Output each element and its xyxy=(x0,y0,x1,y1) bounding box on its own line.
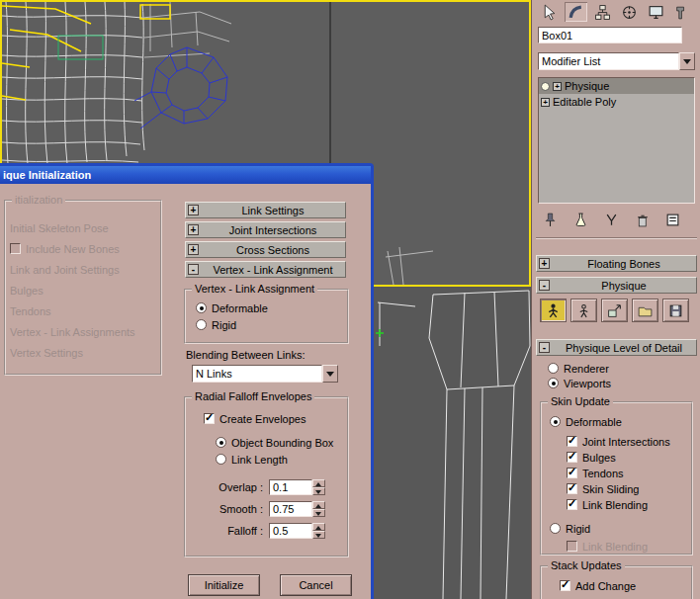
reinitialize-button[interactable] xyxy=(601,299,628,322)
rollout-link-settings[interactable]: + Link Settings xyxy=(185,202,346,218)
checkbox-icon[interactable] xyxy=(560,580,570,591)
expand-plus-icon[interactable]: + xyxy=(553,82,562,91)
rollout-label: Link Settings xyxy=(201,205,345,216)
radio-label: Rigid xyxy=(212,319,236,331)
rigid-radio[interactable]: Rigid xyxy=(550,522,590,535)
modifier-list-arrow-button[interactable] xyxy=(679,52,695,70)
tab-modify[interactable] xyxy=(565,2,587,22)
save-physique-file-button[interactable] xyxy=(662,299,689,322)
smooth-spinner[interactable]: 0.75 xyxy=(269,501,325,517)
smooth-value[interactable]: 0.75 xyxy=(269,501,312,517)
add-change-checkbox[interactable]: Add Change xyxy=(560,579,636,592)
radio-label: Object Bounding Box xyxy=(231,437,333,449)
spinner-up-icon[interactable] xyxy=(312,501,325,509)
spinner-up-icon[interactable] xyxy=(312,479,325,487)
beaker-icon xyxy=(573,213,588,227)
dropdown-arrow-button[interactable] xyxy=(322,365,338,383)
tab-create[interactable] xyxy=(538,2,561,22)
link-blending-checkbox[interactable]: Link Blending xyxy=(567,498,648,511)
checkbox-label: Add Change xyxy=(575,580,636,592)
tab-display[interactable] xyxy=(645,2,667,22)
object-bounding-box-radio[interactable]: Object Bounding Box xyxy=(216,436,333,449)
rollout-cross-sections[interactable]: + Cross Sections xyxy=(185,241,346,258)
expand-plus-icon[interactable]: + xyxy=(541,98,550,107)
checkbox-icon[interactable] xyxy=(204,413,215,424)
cancel-button[interactable]: Cancel xyxy=(280,574,352,596)
item-label: Tendons xyxy=(10,305,51,317)
pin-icon xyxy=(543,213,558,227)
deformable-radio[interactable]: Deformable xyxy=(550,415,622,428)
remove-modifier-button[interactable] xyxy=(632,210,652,229)
modifier-stack-row-editable-poly[interactable]: + Editable Poly xyxy=(539,94,694,110)
radio-icon[interactable] xyxy=(548,363,559,374)
link-length-radio[interactable]: Link Length xyxy=(216,453,288,466)
modify-curve-icon xyxy=(568,4,584,21)
spinner-up-icon[interactable] xyxy=(312,523,325,531)
rigid-radio[interactable]: Rigid xyxy=(196,318,236,331)
modifier-stack-row-physique[interactable]: + Physique xyxy=(539,78,694,94)
vertex-link-assignment-group: Vertex - Link Assignment Deformable Rigi… xyxy=(184,289,349,344)
object-name-field[interactable] xyxy=(538,27,682,43)
radio-label: Link Length xyxy=(231,454,288,466)
tab-hierarchy[interactable] xyxy=(591,2,614,22)
figure-icon xyxy=(545,302,562,319)
rollout-plus-icon: + xyxy=(539,258,550,269)
make-unique-button[interactable] xyxy=(601,210,621,229)
falloff-value[interactable]: 0.5 xyxy=(269,523,312,539)
tab-motion[interactable] xyxy=(618,2,641,22)
open-physique-file-button[interactable] xyxy=(632,299,658,322)
rollout-joint-intersections[interactable]: + Joint Intersections xyxy=(185,221,346,238)
n-links-value: N Links xyxy=(192,365,322,383)
radio-icon[interactable] xyxy=(550,416,561,427)
deformable-radio[interactable]: Deformable xyxy=(196,301,268,314)
blending-between-links-label: Blending Between Links: xyxy=(186,349,305,361)
bone-figure-button[interactable] xyxy=(570,299,597,322)
viewports-radio[interactable]: Viewports xyxy=(548,377,611,389)
falloff-label: Falloff : xyxy=(194,525,263,537)
modifier-stack[interactable]: + Physique + Editable Poly xyxy=(538,77,695,204)
radio-icon[interactable] xyxy=(196,319,207,330)
stack-updates-group: Stack Updates Add Change xyxy=(540,565,693,599)
checkbox-icon[interactable] xyxy=(567,452,577,463)
tab-utilities[interactable] xyxy=(671,2,694,22)
spinner-down-icon[interactable] xyxy=(312,509,325,517)
modifier-list-dropdown[interactable]: Modifier List xyxy=(538,52,695,70)
overlap-value[interactable]: 0.1 xyxy=(269,479,312,495)
skin-sliding-checkbox[interactable]: Skin Sliding xyxy=(567,482,639,495)
checkbox-icon[interactable] xyxy=(567,483,577,494)
renderer-radio[interactable]: Renderer xyxy=(548,362,609,375)
figure-icon xyxy=(575,302,592,319)
rollout-physique-level-of-detail[interactable]: - Physique Level of Detail xyxy=(536,339,697,356)
initialize-button[interactable]: Initialize xyxy=(188,574,260,596)
dialog-titlebar[interactable]: ique Initialization xyxy=(0,166,371,184)
attach-to-node-button[interactable] xyxy=(540,299,567,322)
rigid-link-blending-checkbox: Link Blending xyxy=(567,540,648,553)
overlap-spinner[interactable]: 0.1 xyxy=(269,479,325,495)
create-envelopes-checkbox[interactable]: Create Envelopes xyxy=(204,412,306,425)
radio-icon[interactable] xyxy=(216,437,226,448)
n-links-dropdown[interactable]: N Links xyxy=(192,365,338,383)
configure-modifier-sets-button[interactable] xyxy=(662,210,682,229)
checkbox-icon[interactable] xyxy=(567,436,577,447)
tendons-checkbox[interactable]: Tendons xyxy=(567,467,624,479)
radio-icon[interactable] xyxy=(550,523,561,534)
checkbox-label: Create Envelopes xyxy=(219,413,306,425)
bulges-checkbox[interactable]: Bulges xyxy=(567,451,616,464)
rollout-physique[interactable]: - Physique xyxy=(536,277,697,294)
checkbox-icon[interactable] xyxy=(567,468,577,478)
modifier-enabled-bulb-icon[interactable] xyxy=(541,82,550,91)
rollout-vertex-link-assignment[interactable]: - Vertex - Link Assignment xyxy=(185,261,346,278)
spinner-down-icon[interactable] xyxy=(312,531,325,539)
checkbox-icon[interactable] xyxy=(567,499,577,510)
rollout-floating-bones[interactable]: + Floating Bones xyxy=(536,255,697,272)
falloff-spinner[interactable]: 0.5 xyxy=(269,523,325,539)
folder-open-icon xyxy=(637,302,654,319)
radio-icon[interactable] xyxy=(548,378,559,388)
show-end-result-button[interactable] xyxy=(570,210,590,229)
radio-icon[interactable] xyxy=(196,302,207,313)
pin-stack-button[interactable] xyxy=(540,210,560,229)
joint-intersections-checkbox[interactable]: Joint Intersections xyxy=(567,435,670,448)
radio-icon[interactable] xyxy=(216,454,226,465)
bulges-item: Bulges xyxy=(10,284,44,297)
spinner-down-icon[interactable] xyxy=(312,487,325,495)
